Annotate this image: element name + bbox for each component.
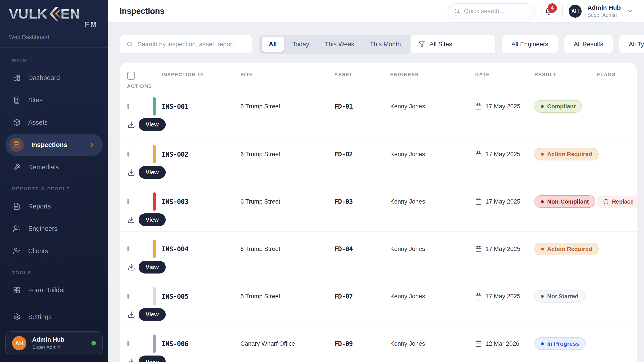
chevron-down-icon[interactable] bbox=[626, 8, 633, 14]
select-all-checkbox[interactable] bbox=[127, 72, 135, 80]
sidebar-item-reports[interactable]: Reports bbox=[5, 195, 103, 217]
search-icon bbox=[126, 41, 133, 48]
brand-name-right: EN bbox=[60, 7, 80, 21]
online-status-dot bbox=[92, 341, 96, 346]
tab-this-week[interactable]: This Week bbox=[318, 37, 362, 52]
tab-today[interactable]: Today bbox=[285, 37, 316, 52]
status-dot bbox=[541, 200, 544, 203]
header-user-role: Super Admin bbox=[588, 12, 621, 18]
sidebar-user-card[interactable]: AH Admin Hub Super Admin bbox=[5, 331, 103, 355]
sidebar-item-label: Dashboard bbox=[28, 74, 60, 81]
table-search-input[interactable] bbox=[120, 35, 252, 54]
asset-cell: FD-09 bbox=[334, 340, 390, 348]
filter-all-types[interactable]: All Types bbox=[619, 35, 644, 54]
avatar: AH bbox=[569, 5, 582, 18]
engineer-cell: Kenny Jones bbox=[390, 103, 475, 110]
date-cell: 17 May 2025 bbox=[486, 103, 520, 110]
brand-chevron-icon bbox=[48, 7, 60, 21]
view-button[interactable]: View bbox=[139, 308, 166, 321]
tab-this-month[interactable]: This Month bbox=[363, 37, 408, 52]
active-icon-bubble bbox=[10, 138, 24, 152]
tab-all[interactable]: All bbox=[262, 37, 284, 52]
download-icon[interactable] bbox=[128, 264, 135, 271]
chevron-right-icon bbox=[89, 142, 95, 148]
row-checkbox[interactable] bbox=[128, 199, 129, 204]
table-row: INS-005 6 Trump Street FD-07 Kenny Jones… bbox=[120, 279, 637, 326]
time-filter-tabs: AllTodayThis WeekThis Month bbox=[260, 35, 410, 54]
row-status-accent-bar bbox=[153, 287, 156, 306]
table-header-row: ACTIONS INSPECTION ID SITE ASSET ENGINEE… bbox=[120, 63, 637, 89]
sidebar-item-clients[interactable]: Clients bbox=[5, 240, 103, 262]
filter-all-engineers[interactable]: All Engineers bbox=[502, 35, 558, 54]
asset-cell: FD-04 bbox=[334, 245, 390, 253]
flag-replace-button[interactable]: Replace bbox=[597, 196, 637, 208]
sidebar-nav: MAINDashboardSitesAssetsInspectionsRemed… bbox=[0, 48, 108, 296]
result-badge: Non-Compliant bbox=[534, 195, 595, 208]
row-checkbox[interactable] bbox=[128, 104, 129, 109]
sidebar-item-label: Clients bbox=[28, 247, 48, 255]
download-icon[interactable] bbox=[128, 121, 135, 128]
engineer-cell: Kenny Jones bbox=[390, 293, 475, 300]
status-dot bbox=[541, 342, 544, 345]
row-status-accent-bar bbox=[153, 97, 156, 115]
sidebar-item-dashboard[interactable]: Dashboard bbox=[5, 67, 103, 89]
download-icon[interactable] bbox=[128, 169, 135, 176]
quick-search-field[interactable] bbox=[464, 8, 529, 15]
sidebar-item-inspections[interactable]: Inspections bbox=[5, 134, 103, 156]
view-button[interactable]: View bbox=[139, 261, 166, 274]
row-checkbox[interactable] bbox=[128, 246, 129, 251]
content-area: AllTodayThis WeekThis Month All SitesAll… bbox=[108, 22, 644, 362]
sidebar-subtitle: Web Dashboard bbox=[9, 34, 99, 40]
date-cell: 17 May 2025 bbox=[486, 151, 520, 158]
download-icon[interactable] bbox=[128, 358, 135, 362]
box-icon bbox=[13, 119, 20, 126]
table-search-field[interactable] bbox=[138, 41, 246, 48]
column-header: SITE bbox=[240, 69, 334, 77]
wrench-icon bbox=[13, 163, 20, 171]
download-icon[interactable] bbox=[128, 311, 135, 319]
site-cell: 6 Trump Street bbox=[240, 151, 334, 158]
column-header: ENGINEER bbox=[390, 69, 475, 77]
sidebar-item-sites[interactable]: Sites bbox=[5, 89, 103, 111]
view-button[interactable]: View bbox=[139, 118, 166, 131]
sidebar-item-remedials[interactable]: Remedials bbox=[5, 156, 103, 178]
view-button[interactable]: View bbox=[139, 356, 166, 362]
quick-search-input[interactable] bbox=[448, 3, 535, 19]
section-label: MAIN bbox=[5, 50, 103, 67]
section-label: REPORTS & PEOPLE bbox=[5, 178, 103, 195]
filter-all-results[interactable]: All Results bbox=[564, 35, 613, 54]
calendar-icon bbox=[475, 103, 482, 110]
sidebar-item-form-builder[interactable]: Form Builder bbox=[5, 279, 103, 296]
result-badge: Not Started bbox=[534, 290, 585, 303]
row-checkbox[interactable] bbox=[128, 294, 129, 299]
table-row: INS-004 6 Trump Street FD-04 Kenny Jones… bbox=[120, 231, 637, 279]
column-header: FLAGS bbox=[597, 69, 637, 77]
flags-cell: Replace bbox=[597, 196, 637, 208]
dropdown-filters: All SitesAll EngineersAll ResultsAll Typ… bbox=[410, 35, 644, 54]
view-button[interactable]: View bbox=[139, 166, 166, 179]
row-checkbox[interactable] bbox=[128, 341, 129, 346]
filter-all-sites[interactable]: All Sites bbox=[410, 35, 496, 54]
download-icon[interactable] bbox=[128, 216, 135, 224]
asset-cell: FD-01 bbox=[334, 103, 390, 110]
date-cell: 17 May 2025 bbox=[486, 198, 520, 205]
calendar-icon bbox=[475, 246, 482, 252]
calendar-icon bbox=[475, 340, 482, 347]
header-user-name: Admin Hub bbox=[588, 4, 621, 11]
row-checkbox[interactable] bbox=[128, 151, 129, 157]
sidebar-item-assets[interactable]: Assets bbox=[5, 111, 103, 134]
building-icon bbox=[13, 96, 20, 104]
user-role: Super Admin bbox=[32, 344, 64, 350]
view-button[interactable]: View bbox=[139, 213, 166, 226]
dashboard-icon bbox=[13, 74, 20, 81]
engineer-cell: Kenny Jones bbox=[390, 198, 475, 205]
sidebar-item-engineers[interactable]: Engineers bbox=[5, 217, 103, 240]
status-dot bbox=[541, 248, 544, 251]
main-area: Inspections 4 AH Admin Hub Super Admin bbox=[108, 0, 644, 362]
notifications-button[interactable]: 4 bbox=[541, 3, 556, 19]
site-cell: 6 Trump Street bbox=[240, 103, 334, 110]
date-cell: 12 Mar 2026 bbox=[486, 340, 520, 347]
sidebar-item-settings[interactable]: Settings bbox=[5, 306, 103, 328]
sidebar-item-label: Form Builder bbox=[28, 287, 65, 294]
inspection-id: INS-003 bbox=[162, 198, 188, 206]
